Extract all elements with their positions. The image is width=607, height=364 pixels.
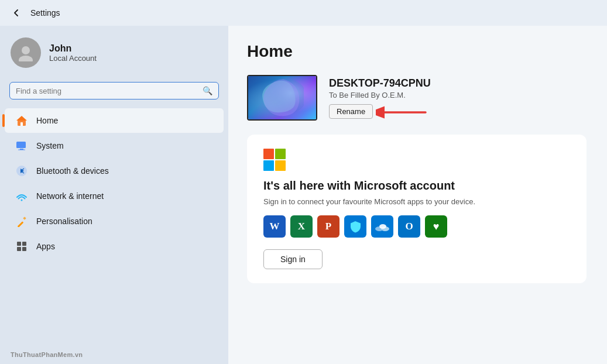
- ms-logo-green: [275, 149, 286, 159]
- app-title: Settings: [30, 8, 60, 18]
- powerpoint-icon: P: [317, 215, 339, 238]
- search-input[interactable]: [16, 87, 198, 95]
- ms-logo-blue: [263, 160, 274, 171]
- svg-rect-14: [17, 247, 21, 251]
- sign-in-button[interactable]: Sign in: [263, 249, 323, 269]
- sidebar-item-home[interactable]: Home: [5, 108, 224, 133]
- svg-point-1: [19, 56, 33, 61]
- personalisation-icon: [15, 215, 28, 228]
- device-card: DESKTOP-794CPNU To Be Filled By O.E.M. R…: [247, 75, 588, 121]
- watermark: ThuThuatPhanMem.vn: [0, 345, 228, 364]
- svg-rect-4: [20, 122, 23, 126]
- device-info: DESKTOP-794CPNU To Be Filled By O.E.M. R…: [329, 77, 431, 119]
- ms-card-description: Sign in to connect your favourite Micros…: [263, 197, 570, 206]
- svg-marker-3: [16, 116, 27, 121]
- rename-button[interactable]: Rename: [329, 104, 373, 119]
- user-profile: John Local Account: [0, 26, 228, 78]
- search-icon: 🔍: [203, 86, 212, 95]
- sidebar-item-network-label: Network & internet: [36, 191, 104, 201]
- sidebar-item-apps[interactable]: Apps: [5, 234, 224, 259]
- excel-icon: X: [290, 215, 313, 238]
- sidebar-item-system-label: System: [36, 141, 64, 150]
- sidebar: John Local Account 🔍 Home: [0, 26, 228, 364]
- device-image: [247, 75, 317, 121]
- sidebar-item-home-label: Home: [36, 116, 58, 125]
- user-info: John Local Account: [49, 43, 97, 63]
- ms-logo: [263, 149, 570, 171]
- svg-rect-5: [16, 142, 26, 148]
- avatar: [11, 37, 41, 68]
- svg-rect-13: [22, 242, 26, 246]
- main-layout: John Local Account 🔍 Home: [0, 26, 607, 364]
- svg-point-0: [22, 46, 30, 54]
- defender-icon: [344, 215, 366, 238]
- nav-list: Home System: [0, 105, 228, 262]
- viva-icon: ♥: [425, 215, 447, 238]
- user-account: Local Account: [49, 54, 97, 63]
- sidebar-item-network[interactable]: Network & internet: [5, 184, 224, 208]
- word-icon: W: [263, 215, 286, 238]
- page-title: Home: [247, 42, 588, 61]
- svg-rect-11: [23, 217, 26, 220]
- apps-icon: [15, 240, 28, 253]
- ms-logo-yellow: [275, 160, 286, 171]
- svg-rect-15: [22, 247, 26, 251]
- annotation-arrow: [376, 102, 428, 123]
- svg-point-20: [379, 224, 386, 229]
- user-name: John: [49, 43, 97, 54]
- home-icon: [15, 114, 28, 127]
- sidebar-item-apps-label: Apps: [36, 242, 55, 251]
- svg-rect-10: [18, 221, 24, 227]
- windows-logo: [257, 75, 304, 117]
- svg-rect-7: [18, 150, 25, 150]
- sidebar-item-system[interactable]: System: [5, 133, 224, 158]
- ms-apps-row: W X P O: [263, 215, 570, 238]
- network-icon: [15, 190, 28, 202]
- sidebar-item-bluetooth-label: Bluetooth & devices: [36, 166, 109, 176]
- onedrive-icon: [371, 215, 393, 238]
- back-button[interactable]: [9, 6, 23, 20]
- search-box[interactable]: 🔍: [9, 82, 219, 99]
- svg-rect-12: [17, 242, 21, 246]
- ms-account-card: It's all here with Microsoft account Sig…: [247, 135, 587, 283]
- device-name: DESKTOP-794CPNU: [329, 77, 431, 90]
- ms-card-title: It's all here with Microsoft account: [263, 179, 570, 193]
- sidebar-item-personalisation[interactable]: Personalisation: [5, 209, 224, 233]
- device-description: To Be Filled By O.E.M.: [329, 91, 431, 99]
- sidebar-item-personalisation-label: Personalisation: [36, 217, 92, 226]
- title-bar: Settings: [0, 0, 607, 26]
- content-area: Home DESKTOP: [228, 26, 607, 364]
- sidebar-item-bluetooth[interactable]: Bluetooth & devices: [5, 159, 224, 183]
- ms-logo-red: [263, 149, 274, 159]
- svg-point-9: [21, 200, 23, 201]
- bluetooth-icon: [15, 164, 28, 177]
- system-icon: [15, 139, 28, 152]
- outlook-icon: O: [398, 215, 420, 238]
